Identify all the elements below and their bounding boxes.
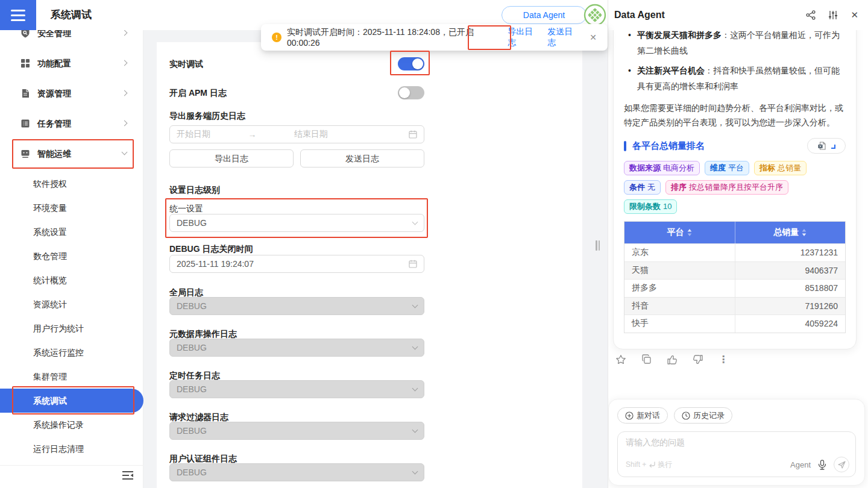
calendar-icon [409,130,417,139]
export-history-label: 导出服务端历史日志 [169,110,582,122]
tag-label: 数据来源 [629,163,661,172]
sidebar-subitem-system-settings[interactable]: 系统设置 [0,220,143,244]
tag-value: 平台 [728,163,744,172]
sidebar-item-resources[interactable]: 资源管理 [0,78,143,108]
sidebar-subitem-env-vars[interactable]: 环境变量 [0,196,143,220]
tag-value: 按总销量降序且按平台升序 [689,183,783,192]
range-arrow-icon: → [216,130,288,139]
sidebar-subitem-system-monitor[interactable]: 系统运行监控 [0,340,143,364]
realtime-debug-toast: ! 实时调试开启时间：2025-11-11 18:24:08，已开启 00:00… [261,24,608,51]
realtime-debug-label: 实时调试 [169,58,203,70]
header-label: 总销量 [773,227,799,238]
tag-label: 条件 [629,183,645,192]
new-chat-button[interactable]: 新对话 [617,407,668,424]
sidebar-divider [0,465,143,466]
sidebar-subitem-user-behavior[interactable]: 用户行为统计 [0,316,143,340]
request-filter-log-select: DEBUG [169,422,424,440]
sidebar-subitem-stats-overview[interactable]: 统计概览 [0,268,143,292]
start-date-placeholder: 开始日期 [177,129,210,140]
newline-hint: Shift + 换行 [626,460,672,470]
tag-metric: 指标总销量 [754,161,807,175]
collapse-sidebar-icon[interactable] [122,470,135,482]
realtime-debug-toggle[interactable] [398,57,424,70]
sidebar-subitem-system-debug[interactable]: 系统调试 [0,389,143,413]
cron-log-select: DEBUG [169,380,424,398]
sort-icon [687,229,692,236]
sidebar-item-intelligent-ops[interactable]: 智能运维 [0,139,143,169]
more-options-icon[interactable]: ⋮ [719,354,728,365]
sidebar-item-label: 任务管理 [37,108,71,139]
new-chat-label: 新对话 [637,410,660,421]
thumbs-down-icon[interactable] [693,354,703,365]
send-message-icon[interactable] [834,457,849,472]
tag-sort: 排序按总销量降序且按平台升序 [665,180,788,195]
toast-close-icon[interactable]: ✕ [590,33,597,42]
cell-platform: 快手 [624,315,735,333]
send-log-button[interactable]: 发送日志 [300,149,424,167]
sidebar-item-features[interactable]: 功能配置 [0,48,143,78]
close-panel-icon[interactable]: ✕ [851,10,858,20]
chevron-down-icon [412,469,418,475]
table-header-platform[interactable]: 平台 [624,222,735,243]
debug-close-time-value: 2025-11-11 19:24:07 [177,259,409,269]
request-filter-log-label: 请求过滤器日志 [169,412,582,422]
sidebar-subitem-warehouse[interactable]: 数仓管理 [0,244,143,268]
message-actions: ⋮ [615,354,728,365]
agent-mode-label[interactable]: Agent [790,460,811,469]
sidebar-subitem-runlog-clean[interactable]: 运行日志清理 [0,437,143,461]
chat-input-box[interactable]: Shift + 换行 Agent [617,431,856,477]
auth-component-log-label: 用户认证组件日志 [169,454,582,463]
calendar-icon [409,260,417,268]
sidebar-subitem-software-license[interactable]: 软件授权 [0,172,143,196]
debug-settings-panel: 实时调试 开启 APM 日志 导出服务端历史日志 开始日期 → 结束日期 导出日… [157,42,582,488]
hamburger-menu-button[interactable] [0,0,36,30]
tag-label: 维度 [710,163,726,172]
global-log-label: 全局日志 [169,287,582,297]
toast-export-log-link[interactable]: 导出日志 [508,27,539,48]
chevron-right-icon [122,60,128,66]
cell-platform: 京东 [624,244,735,261]
data-agent-button[interactable]: Data Agent [502,6,587,24]
thumbs-up-icon[interactable] [667,354,678,365]
sidebar-subitem-operation-log[interactable]: 系统操作记录 [0,413,143,437]
unified-log-level-select[interactable]: DEBUG [169,214,424,232]
sidebar: 安全管理 功能配置 资源管理 任务管理 智能运维 软件授权 环境变量 系统设置 … [0,0,143,488]
tag-data-source: 数据来源电商分析 [624,161,700,175]
apm-log-toggle[interactable] [398,86,424,99]
toast-send-log-link[interactable]: 发送日志 [547,27,579,48]
toast-message: 实时调试开启时间：2025-11-11 18:24:08，已开启 00:00:2… [287,27,497,48]
page-title: 系统调试 [51,0,92,30]
chat-input[interactable] [626,437,794,447]
microphone-icon[interactable] [818,460,826,470]
section-toolbar[interactable] [807,138,846,154]
chevron-right-icon [122,120,128,127]
tag-limit: 限制条数10 [624,199,677,214]
sidebar-item-label: 资源管理 [37,78,71,108]
sidebar-subitem-resource-stats[interactable]: 资源统计 [0,292,143,316]
clock-icon [682,411,690,420]
metadb-log-select: DEBUG [169,339,424,357]
settings-sliders-icon[interactable] [828,10,838,20]
collapse-section-icon[interactable] [831,145,835,149]
export-log-button[interactable]: 导出日志 [169,149,294,167]
sidebar-subitem-cluster[interactable]: 集群管理 [0,364,143,389]
debug-close-time-input[interactable]: 2025-11-11 19:24:07 [169,255,424,273]
cell-platform: 拼多多 [624,280,735,297]
select-value: DEBUG [177,468,207,477]
panel-resizer-handle[interactable] [596,240,601,251]
agent-bullet: 平衡发展天猫和拼多多：这两个平台销量相近，可作为第二增长曲线 [624,27,846,58]
chevron-down-icon [412,386,418,392]
section-title: 各平台总销量排名 [632,140,705,152]
cell-total: 4059224 [735,315,846,333]
share-icon[interactable] [806,10,816,20]
table-header-total-sales[interactable]: 总销量 [735,222,846,243]
chevron-down-icon [122,149,128,155]
history-button[interactable]: 历史记录 [674,407,732,424]
copy-icon[interactable] [641,354,652,365]
excel-export-icon[interactable] [818,142,826,150]
date-range-picker[interactable]: 开始日期 → 结束日期 [169,125,424,143]
tag-value: 总销量 [778,163,801,172]
sidebar-item-tasks[interactable]: 任务管理 [0,108,143,139]
favorite-star-icon[interactable] [615,354,626,365]
sidebar-item-label: 功能配置 [37,48,71,78]
